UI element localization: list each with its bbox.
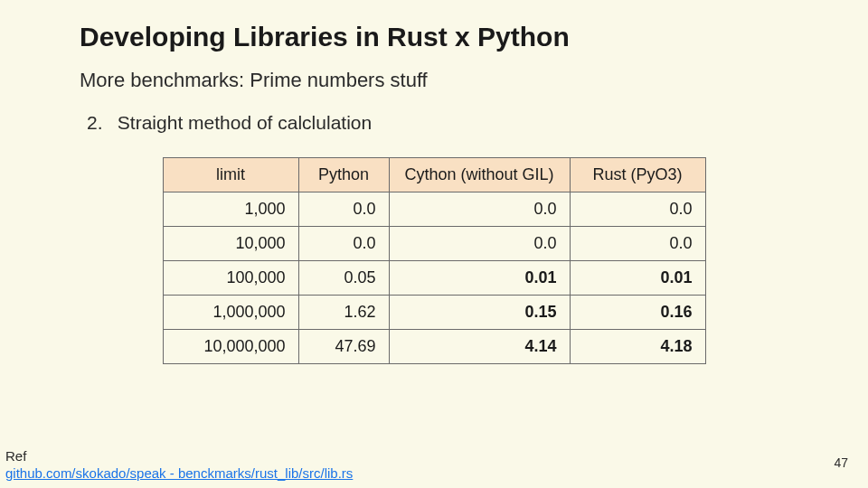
table-cell: 0.0	[389, 192, 570, 227]
table-header: Rust (PyO3)	[570, 158, 705, 192]
list-number: 2.	[87, 112, 112, 134]
slide-subtitle: More benchmarks: Prime numbers stuff	[80, 69, 788, 92]
table-cell: 1,000	[163, 192, 298, 227]
table-cell: 4.14	[389, 330, 570, 364]
table-cell: 0.16	[570, 296, 705, 330]
benchmark-table: limit Python Cython (without GIL) Rust (…	[163, 157, 706, 364]
table-header-row: limit Python Cython (without GIL) Rust (…	[163, 158, 705, 192]
table-cell: 0.0	[570, 227, 705, 261]
slide-title: Developing Libraries in Rust x Python	[80, 22, 788, 52]
table-cell: 0.0	[570, 192, 705, 227]
list-text: Straight method of calclulation	[118, 112, 372, 133]
table-header: Python	[298, 158, 389, 192]
table-row: 10,0000.00.00.0	[163, 227, 705, 261]
ref-label: Ref	[5, 448, 353, 464]
table-row: 100,0000.050.010.01	[163, 261, 705, 296]
table-header: limit	[163, 158, 298, 192]
table-cell: 4.18	[570, 330, 705, 364]
table-cell: 1,000,000	[163, 296, 298, 330]
benchmark-table-wrap: limit Python Cython (without GIL) Rust (…	[80, 157, 788, 364]
table-cell: 0.01	[570, 261, 705, 296]
table-cell: 1.62	[298, 296, 389, 330]
list-item: 2. Straight method of calclulation	[87, 112, 788, 134]
table-cell: 0.15	[389, 296, 570, 330]
table-cell: 10,000,000	[163, 330, 298, 364]
table-header: Cython (without GIL)	[389, 158, 570, 192]
table-row: 10,000,00047.694.144.18	[163, 330, 705, 364]
page-number: 47	[834, 455, 848, 470]
table-cell: 0.0	[298, 227, 389, 261]
table-cell: 47.69	[298, 330, 389, 364]
table-cell: 0.05	[298, 261, 389, 296]
footer: Ref github.com/skokado/speak - benckmark…	[5, 448, 353, 481]
table-row: 1,0000.00.00.0	[163, 192, 705, 227]
table-cell: 0.0	[298, 192, 389, 227]
table-cell: 100,000	[163, 261, 298, 296]
table-cell: 0.01	[389, 261, 570, 296]
table-cell: 0.0	[389, 227, 570, 261]
ref-link[interactable]: github.com/skokado/speak - benckmarks/ru…	[5, 465, 353, 481]
table-cell: 10,000	[163, 227, 298, 261]
table-row: 1,000,0001.620.150.16	[163, 296, 705, 330]
